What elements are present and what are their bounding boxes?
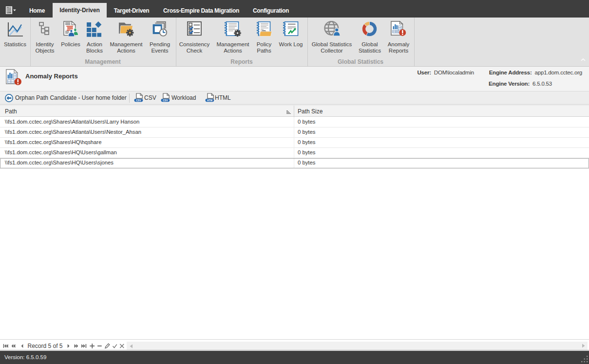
svg-text:CSV: CSV xyxy=(163,99,168,102)
svg-text:Record 5 of 5: Record 5 of 5 xyxy=(28,343,63,349)
svg-text:HTM: HTM xyxy=(207,99,212,102)
svg-text:CSV: CSV xyxy=(136,99,141,102)
